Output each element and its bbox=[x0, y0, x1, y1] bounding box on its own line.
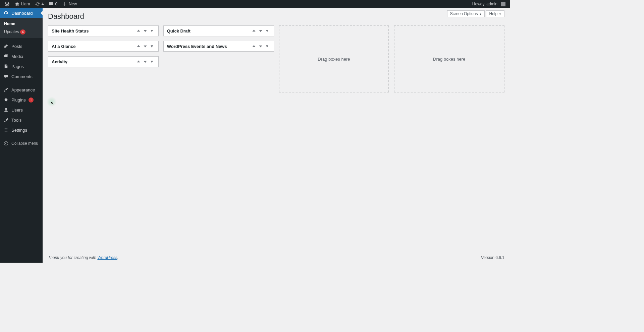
collapse-menu[interactable]: Collapse menu bbox=[0, 138, 43, 148]
menu-separator bbox=[0, 81, 43, 85]
account-link[interactable]: Howdy, admin bbox=[470, 0, 508, 8]
greeting-text: Howdy, admin bbox=[472, 2, 497, 6]
plus-icon bbox=[62, 1, 67, 7]
admin-bar-left: Liara 4 0 New bbox=[2, 0, 79, 8]
menu-pages-label: Pages bbox=[11, 64, 24, 69]
svg-point-0 bbox=[4, 141, 8, 145]
drop-zone-label: Drag boxes here bbox=[318, 57, 350, 62]
widget-handle-actions: ▼ bbox=[251, 43, 270, 50]
updates-link[interactable]: 4 bbox=[33, 0, 46, 8]
wordpress-link[interactable]: WordPress bbox=[97, 255, 117, 260]
widget-header[interactable]: Activity ▼ bbox=[48, 57, 158, 67]
move-up-button[interactable] bbox=[136, 43, 142, 50]
move-up-button[interactable] bbox=[251, 27, 257, 34]
toggle-button[interactable]: ▼ bbox=[264, 43, 270, 50]
drop-zone[interactable]: Drag boxes here bbox=[279, 25, 389, 92]
site-name-text: Liara bbox=[21, 2, 30, 6]
wordpress-logo-icon bbox=[4, 1, 10, 7]
widget-header[interactable]: Quick Draft ▼ bbox=[164, 26, 274, 36]
settings-icon bbox=[3, 127, 9, 133]
page-title: Dashboard bbox=[48, 8, 504, 23]
toggle-button[interactable]: ▼ bbox=[149, 27, 155, 34]
submenu-updates[interactable]: Updates 4 bbox=[0, 28, 43, 36]
menu-appearance[interactable]: Appearance bbox=[0, 85, 43, 95]
new-label: New bbox=[69, 2, 77, 6]
menu-comments[interactable]: Comments bbox=[0, 71, 43, 81]
submenu-home[interactable]: Home bbox=[0, 20, 43, 28]
plugin-icon bbox=[3, 97, 9, 103]
menu-users-label: Users bbox=[11, 108, 23, 113]
comments-link[interactable]: 0 bbox=[46, 0, 60, 8]
collapse-icon bbox=[3, 141, 9, 146]
menu-settings-label: Settings bbox=[11, 128, 27, 133]
screen-meta-links: Screen Options Help bbox=[447, 10, 504, 17]
widget-title: Activity bbox=[52, 59, 67, 64]
chevron-down-icon bbox=[497, 11, 501, 16]
user-icon bbox=[3, 107, 9, 113]
screen-options-button[interactable]: Screen Options bbox=[447, 10, 485, 17]
move-down-button[interactable] bbox=[258, 43, 264, 50]
admin-sidebar: Dashboard Home Updates 4 Posts Media Pag… bbox=[0, 8, 43, 263]
page-icon bbox=[3, 64, 9, 69]
drop-zone[interactable]: Drag boxes here bbox=[394, 25, 504, 92]
new-content-link[interactable]: New bbox=[60, 0, 79, 8]
widget-activity: Activity ▼ bbox=[48, 56, 159, 67]
widget-handle-actions: ▼ bbox=[136, 27, 155, 34]
admin-bar-right: Howdy, admin bbox=[470, 0, 508, 8]
toggle-button[interactable]: ▼ bbox=[149, 43, 155, 50]
move-down-button[interactable] bbox=[142, 27, 148, 34]
wp-logo-menu[interactable] bbox=[2, 0, 12, 8]
update-icon bbox=[35, 1, 40, 7]
media-icon bbox=[3, 54, 9, 59]
move-down-button[interactable] bbox=[142, 58, 148, 65]
widget-header[interactable]: At a Glance ▼ bbox=[48, 41, 158, 51]
brush-icon bbox=[3, 87, 9, 92]
menu-dashboard[interactable]: Dashboard bbox=[0, 8, 43, 18]
content-area: Screen Options Help Dashboard Site Healt… bbox=[43, 8, 510, 263]
widget-title: Quick Draft bbox=[167, 28, 191, 34]
pin-icon bbox=[3, 44, 9, 49]
widget-handle-actions: ▼ bbox=[136, 43, 155, 50]
dashboard-widgets: Site Health Status ▼ At a Glance ▼ bbox=[48, 25, 504, 92]
move-down-button[interactable] bbox=[258, 27, 264, 34]
toggle-button[interactable]: ▼ bbox=[149, 58, 155, 65]
widget-column-1: Site Health Status ▼ At a Glance ▼ bbox=[48, 25, 159, 92]
menu-separator bbox=[0, 135, 43, 138]
widget-events-news: WordPress Events and News ▼ bbox=[163, 41, 274, 52]
widget-column-2: Quick Draft ▼ WordPress Events and News … bbox=[163, 25, 274, 92]
widget-title: Site Health Status bbox=[52, 28, 89, 34]
menu-separator bbox=[0, 38, 43, 41]
widget-quick-draft: Quick Draft ▼ bbox=[163, 25, 274, 36]
submenu-dashboard: Home Updates 4 bbox=[0, 18, 43, 38]
menu-comments-label: Comments bbox=[11, 74, 33, 79]
widget-header[interactable]: Site Health Status ▼ bbox=[48, 26, 158, 36]
footer-thankyou: Thank you for creating with WordPress. bbox=[48, 255, 118, 260]
move-up-button[interactable] bbox=[136, 27, 142, 34]
site-name-link[interactable]: Liara bbox=[12, 0, 33, 8]
chevron-down-icon bbox=[478, 11, 482, 16]
menu-tools-label: Tools bbox=[11, 118, 21, 123]
move-up-button[interactable] bbox=[136, 58, 142, 65]
wrench-icon bbox=[3, 117, 9, 123]
menu-tools[interactable]: Tools bbox=[0, 115, 43, 125]
updates-badge: 4 bbox=[20, 29, 25, 35]
menu-users[interactable]: Users bbox=[0, 105, 43, 115]
move-up-button[interactable] bbox=[251, 43, 257, 50]
comments-count: 0 bbox=[55, 2, 57, 6]
menu-plugins[interactable]: Plugins 1 bbox=[0, 95, 43, 105]
widget-column-3: Drag boxes here bbox=[279, 25, 389, 92]
menu-media[interactable]: Media bbox=[0, 51, 43, 61]
avatar-icon bbox=[501, 2, 505, 6]
widget-site-health: Site Health Status ▼ bbox=[48, 25, 159, 36]
help-button[interactable]: Help bbox=[486, 10, 504, 17]
admin-footer: Thank you for creating with WordPress. V… bbox=[43, 253, 510, 263]
widget-handle-actions: ▼ bbox=[251, 27, 270, 34]
toggle-button[interactable]: ▼ bbox=[264, 27, 270, 34]
menu-posts[interactable]: Posts bbox=[0, 41, 43, 51]
menu-pages[interactable]: Pages bbox=[0, 61, 43, 71]
widget-header[interactable]: WordPress Events and News ▼ bbox=[164, 41, 274, 51]
comment-icon bbox=[48, 1, 54, 7]
menu-settings[interactable]: Settings bbox=[0, 125, 43, 135]
collapse-label: Collapse menu bbox=[11, 141, 38, 146]
move-down-button[interactable] bbox=[142, 43, 148, 50]
